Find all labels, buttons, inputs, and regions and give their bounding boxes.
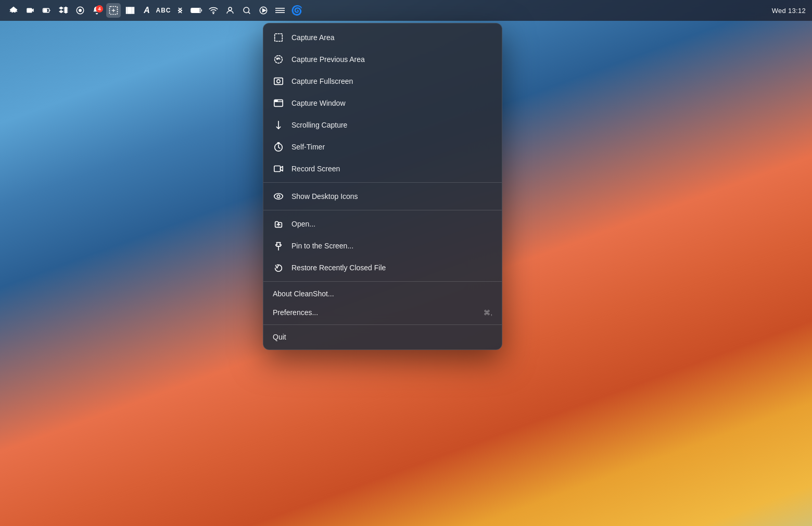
svg-rect-23 [274,78,283,85]
menubar-right: Wed 13:12 [772,7,806,15]
bluetooth-icon[interactable] [173,3,187,18]
scrolling-capture-icon [273,119,284,131]
svg-point-15 [244,7,249,13]
svg-rect-1 [44,9,47,12]
svg-rect-12 [192,9,199,12]
record-screen-label: Record Screen [291,165,492,173]
svg-rect-8 [131,7,131,14]
fox-icon[interactable] [6,3,21,18]
battery-icon[interactable] [189,3,204,18]
menu-item-pin-to-screen[interactable]: Pin to the Screen... [263,235,502,257]
open-label: Open... [291,220,492,228]
svg-rect-6 [128,7,129,14]
svg-rect-9 [132,7,133,14]
preferences-label: Preferences... [273,308,476,317]
cleanshot-dropdown-menu: Capture Area Capture Previous Area Captu… [263,23,502,350]
cleanshot-icon[interactable] [106,3,121,18]
svg-marker-17 [263,9,266,12]
svg-point-3 [79,9,82,12]
svg-rect-5 [126,7,128,14]
menu-item-capture-fullscreen[interactable]: Capture Fullscreen [263,70,502,92]
svg-point-27 [275,101,276,102]
svg-point-32 [274,194,283,199]
svg-point-13 [213,13,214,14]
menu-item-record-screen[interactable]: Record Screen [263,158,502,180]
record-screen-icon [273,163,284,174]
separator-4 [263,324,502,325]
svg-rect-21 [275,34,283,42]
svg-rect-10 [133,7,134,14]
battery-monitor-icon[interactable] [40,3,54,18]
user-icon[interactable] [223,3,237,18]
menu-item-show-desktop-icons[interactable]: Show Desktop Icons [263,185,502,207]
capture-fullscreen-icon [273,76,284,87]
open-icon [273,218,284,230]
menu-item-capture-area[interactable]: Capture Area [263,27,502,48]
capture-area-icon [273,32,284,43]
separator-1 [263,182,502,183]
preferences-shortcut: ⌘, [484,309,492,317]
self-timer-label: Self-Timer [291,143,492,151]
capture-window-icon [273,97,284,109]
dropbox-icon[interactable] [56,3,71,18]
facetime-icon[interactable] [23,3,37,18]
menu-item-scrolling-capture[interactable]: Scrolling Capture [263,114,502,136]
notification-bell-wrap[interactable]: 4 [90,3,104,18]
capture-previous-icon [273,54,284,65]
menubar-left: 4 A ABC [6,3,304,18]
show-desktop-icons-label: Show Desktop Icons [291,192,492,201]
menu-item-capture-window[interactable]: Capture Window [263,92,502,114]
menu-item-quit[interactable]: Quit [263,328,502,346]
menubar-clock: Wed 13:12 [772,7,806,15]
capture-area-label: Capture Area [291,33,492,42]
menu-item-capture-previous-area[interactable]: Capture Previous Area [263,48,502,70]
scrolling-capture-label: Scrolling Capture [291,121,492,129]
lines-icon[interactable] [273,3,287,18]
self-timer-icon [273,141,284,153]
about-label: About CleanShot... [273,290,334,298]
barcode-icon[interactable] [123,3,137,18]
menu-item-self-timer[interactable]: Self-Timer [263,136,502,158]
menu-item-open[interactable]: Open... [263,213,502,235]
quit-label: Quit [273,333,286,341]
svg-point-24 [277,80,280,83]
capture-previous-label: Capture Previous Area [291,55,492,64]
separator-3 [263,281,502,282]
restore-icon [273,262,284,273]
screenium-icon[interactable] [73,3,87,18]
svg-point-33 [277,195,280,197]
menu-item-restore-recently-closed[interactable]: Restore Recently Closed File [263,257,502,279]
capture-window-label: Capture Window [291,99,492,107]
pin-to-screen-label: Pin to the Screen... [291,242,492,250]
menubar: 4 A ABC [0,0,812,21]
notification-badge: 4 [96,5,103,12]
pin-icon [273,240,284,252]
separator-2 [263,210,502,210]
menu-item-preferences[interactable]: Preferences... ⌘, [263,303,502,322]
show-desktop-icons-icon [273,191,284,202]
svg-rect-7 [129,7,130,14]
svg-point-22 [275,56,283,64]
svg-point-14 [229,7,232,10]
abc-text[interactable]: ABC [156,3,171,18]
font-icon[interactable]: A [139,3,154,18]
svg-point-28 [276,101,277,102]
play-icon[interactable] [256,3,271,18]
wifi-icon[interactable] [206,3,221,18]
svg-rect-31 [274,166,281,172]
capture-fullscreen-label: Capture Fullscreen [291,77,492,85]
menu-item-about[interactable]: About CleanShot... [263,284,502,303]
restore-label: Restore Recently Closed File [291,264,492,272]
siri-icon[interactable]: 🌀 [289,3,304,18]
spotlight-icon[interactable] [239,3,254,18]
